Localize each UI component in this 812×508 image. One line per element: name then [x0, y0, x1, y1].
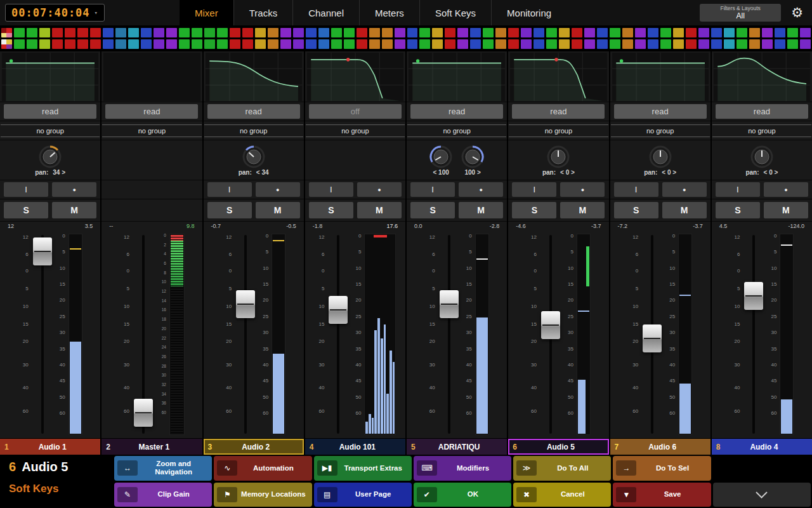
track-color-cell[interactable]: [445, 28, 455, 37]
track-color-cell[interactable]: [90, 28, 101, 37]
eq-curve-display[interactable]: [307, 53, 403, 101]
mute-button[interactable]: M: [459, 202, 503, 218]
input-monitor-button[interactable]: I: [614, 182, 658, 197]
track-color-cell[interactable]: [192, 39, 202, 49]
track-color-cell[interactable]: [115, 28, 126, 37]
solo-button[interactable]: S: [410, 202, 455, 218]
track-color-cell[interactable]: [508, 28, 519, 37]
mute-button[interactable]: M: [256, 202, 300, 218]
track-color-cell[interactable]: [775, 28, 785, 37]
automation-mode-button[interactable]: read: [410, 104, 503, 119]
eq-curve-display[interactable]: [206, 53, 302, 101]
tab-channel[interactable]: Channel: [292, 0, 359, 25]
track-color-cell[interactable]: [445, 39, 455, 49]
track-color-cell[interactable]: [495, 28, 506, 37]
record-arm-button[interactable]: ●: [764, 182, 808, 197]
record-arm-button[interactable]: ●: [662, 182, 707, 197]
track-color-cell[interactable]: [1, 28, 12, 37]
solo-button[interactable]: S: [4, 202, 48, 218]
track-color-cell[interactable]: [331, 28, 342, 37]
track-color-cell[interactable]: [179, 39, 190, 49]
solo-button[interactable]: S: [512, 202, 556, 218]
track-color-cell[interactable]: [711, 39, 722, 49]
track-color-cell[interactable]: [344, 28, 355, 37]
group-assignment[interactable]: no group: [305, 121, 405, 140]
fader-handle[interactable]: [33, 237, 52, 265]
fader-handle[interactable]: [236, 290, 255, 318]
fader-handle[interactable]: [541, 311, 560, 339]
eq-curve-display[interactable]: [409, 53, 505, 101]
softkey-memory-locations[interactable]: ⚑Memory Locations: [214, 483, 311, 507]
track-color-cell[interactable]: [470, 39, 481, 49]
pan-knob[interactable]: [429, 145, 453, 169]
track-color-cell[interactable]: [39, 28, 50, 37]
group-assignment[interactable]: no group: [407, 121, 507, 140]
track-color-cell[interactable]: [306, 28, 317, 37]
track-color-cell[interactable]: [787, 39, 798, 49]
track-color-cell[interactable]: [280, 28, 291, 37]
channel-name-plate[interactable]: 2Master 1: [102, 438, 202, 455]
track-color-cell[interactable]: [268, 28, 278, 37]
track-color-cell[interactable]: [584, 39, 595, 49]
pan-knob[interactable]: [461, 145, 485, 169]
track-color-cell[interactable]: [749, 28, 760, 37]
track-color-cell[interactable]: [268, 39, 278, 49]
channel-name-plate[interactable]: 4Audio 101: [305, 438, 405, 455]
track-color-cell[interactable]: [77, 39, 88, 49]
track-color-cell[interactable]: [154, 39, 164, 49]
track-color-cell[interactable]: [27, 28, 37, 37]
input-monitor-button[interactable]: I: [4, 182, 48, 197]
track-color-cell[interactable]: [192, 28, 202, 37]
track-color-cell[interactable]: [622, 28, 633, 37]
solo-button[interactable]: S: [716, 202, 760, 218]
group-assignment[interactable]: no group: [102, 121, 202, 140]
softkey-cancel[interactable]: ✖Cancel: [513, 483, 611, 507]
track-color-cell[interactable]: [128, 28, 139, 37]
track-color-cell[interactable]: [686, 28, 697, 37]
track-color-cell[interactable]: [508, 39, 519, 49]
track-color-cell[interactable]: [546, 39, 557, 49]
input-monitor-button[interactable]: I: [207, 182, 252, 197]
automation-mode-button[interactable]: off: [309, 104, 402, 119]
input-monitor-button[interactable]: I: [309, 182, 353, 197]
channel-name-plate[interactable]: 3Audio 2: [204, 438, 304, 455]
track-color-cell[interactable]: [775, 39, 785, 49]
track-color-cell[interactable]: [39, 39, 50, 49]
input-monitor-button[interactable]: I: [512, 182, 556, 197]
track-color-cell[interactable]: [419, 28, 430, 37]
track-color-cell[interactable]: [52, 39, 63, 49]
eq-curve-display[interactable]: [612, 53, 709, 101]
softkey-transport-extras[interactable]: ▶▮Transport Extras: [314, 456, 412, 481]
track-color-cell[interactable]: [306, 39, 317, 49]
mute-button[interactable]: M: [764, 202, 808, 218]
automation-mode-button[interactable]: read: [512, 104, 605, 119]
track-color-cell[interactable]: [103, 39, 114, 49]
track-color-cell[interactable]: [357, 28, 367, 37]
track-color-cell[interactable]: [179, 28, 190, 37]
softkey-user-page[interactable]: ▤User Page: [314, 483, 412, 507]
fader-handle[interactable]: [134, 399, 153, 427]
automation-mode-button[interactable]: read: [4, 104, 96, 119]
track-color-cell[interactable]: [52, 28, 63, 37]
track-color-cell[interactable]: [673, 28, 684, 37]
track-color-cell[interactable]: [457, 39, 468, 49]
track-color-cell[interactable]: [204, 39, 215, 49]
solo-button[interactable]: S: [614, 202, 658, 218]
track-color-cell[interactable]: [65, 28, 75, 37]
track-color-cell[interactable]: [344, 39, 355, 49]
track-color-cell[interactable]: [115, 39, 126, 49]
track-color-cell[interactable]: [800, 39, 811, 49]
automation-mode-button[interactable]: read: [105, 104, 198, 119]
track-color-cell[interactable]: [204, 28, 215, 37]
track-color-cell[interactable]: [217, 28, 228, 37]
channel-name-plate[interactable]: 6Audio 5: [508, 438, 608, 455]
track-color-cell[interactable]: [648, 39, 658, 49]
track-color-cell[interactable]: [255, 39, 266, 49]
track-color-cell[interactable]: [698, 39, 709, 49]
track-color-cell[interactable]: [635, 39, 646, 49]
pan-knob[interactable]: [750, 145, 774, 169]
track-color-cell[interactable]: [622, 39, 633, 49]
track-color-cell[interactable]: [660, 28, 671, 37]
track-color-cell[interactable]: [141, 28, 152, 37]
track-color-cell[interactable]: [698, 28, 709, 37]
